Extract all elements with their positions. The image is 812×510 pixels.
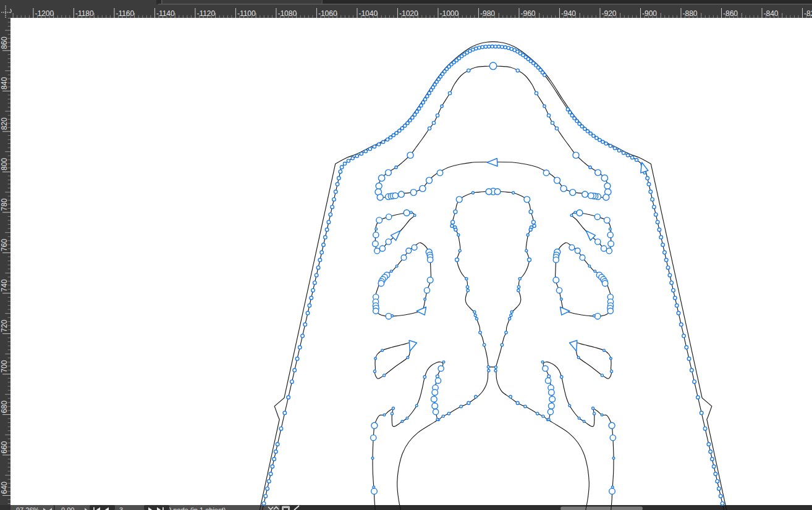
svg-text:0 node (in 1 object): 0 node (in 1 object) bbox=[167, 506, 226, 510]
svg-text:97.26%: 97.26% bbox=[16, 506, 40, 510]
svg-text:-1160: -1160 bbox=[116, 9, 134, 18]
svg-text:-1040: -1040 bbox=[358, 9, 378, 18]
svg-text:-1100: -1100 bbox=[237, 9, 256, 18]
svg-text:-880: -880 bbox=[683, 9, 698, 18]
svg-text:640: 640 bbox=[0, 482, 9, 494]
svg-text:860: 860 bbox=[0, 36, 9, 49]
svg-text:-960: -960 bbox=[521, 9, 536, 18]
svg-text:-1000: -1000 bbox=[440, 9, 459, 18]
svg-text:740: 740 bbox=[0, 279, 9, 291]
svg-text:760: 760 bbox=[0, 239, 9, 251]
svg-text:840: 840 bbox=[0, 77, 9, 90]
svg-text:660: 660 bbox=[0, 441, 9, 453]
svg-text:-1120: -1120 bbox=[197, 9, 215, 18]
svg-text:720: 720 bbox=[0, 320, 9, 332]
svg-text:-900: -900 bbox=[642, 9, 657, 18]
svg-text:-1080: -1080 bbox=[277, 9, 297, 18]
svg-text:-840: -840 bbox=[764, 9, 779, 18]
svg-text:680: 680 bbox=[0, 401, 9, 413]
svg-text:700: 700 bbox=[0, 360, 9, 372]
svg-text:780: 780 bbox=[0, 198, 9, 211]
svg-text:-1060: -1060 bbox=[318, 9, 337, 18]
svg-text:-940: -940 bbox=[561, 9, 576, 18]
svg-text:820: 820 bbox=[0, 117, 9, 130]
svg-text:-1200: -1200 bbox=[35, 9, 54, 18]
svg-text:800: 800 bbox=[0, 158, 9, 170]
svg-text:-820: -820 bbox=[804, 9, 812, 18]
svg-text:-920: -920 bbox=[602, 9, 617, 18]
svg-text:-1020: -1020 bbox=[399, 9, 418, 18]
svg-text:-1180: -1180 bbox=[75, 9, 94, 18]
svg-text:-1140: -1140 bbox=[156, 9, 175, 18]
svg-text:0.00: 0.00 bbox=[61, 506, 74, 510]
svg-text:-980: -980 bbox=[480, 9, 495, 18]
svg-text:3: 3 bbox=[119, 506, 123, 510]
svg-text:-860: -860 bbox=[723, 9, 738, 18]
